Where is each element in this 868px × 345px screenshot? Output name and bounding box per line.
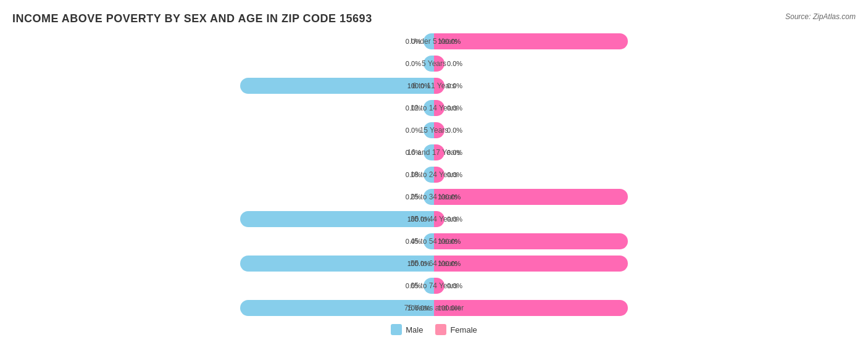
- bar-row: 100.0%6 to 11 Years0.0%: [12, 76, 856, 96]
- bar-row: 0.0%5 Years0.0%: [12, 54, 856, 73]
- male-bar-stub: [424, 144, 434, 160]
- chart-title: INCOME ABOVE POVERTY BY SEX AND AGE IN Z…: [12, 12, 856, 25]
- male-bar-label: 100.0%: [407, 215, 430, 223]
- bar-row: 0.0%45 to 54 Years100.0%: [12, 231, 856, 251]
- male-bar-stub: [424, 189, 434, 205]
- male-zero-label: 0.0%: [406, 238, 421, 245]
- male-bar-stub: [424, 33, 434, 49]
- left-section: 100.0%: [12, 76, 434, 96]
- bar-row: 0.0%18 to 24 Years0.0%: [12, 165, 856, 185]
- legend-male-label: Male: [406, 325, 423, 335]
- male-bar-stub: [424, 278, 434, 294]
- bar-row: 100.0%75 Years and over100.0%: [12, 298, 856, 318]
- left-section: 0.0%: [12, 187, 434, 207]
- male-bar-stub: [424, 233, 434, 249]
- bar-row: 100.0%55 to 64 Years100.0%: [12, 254, 856, 273]
- bar-row: 0.0%Under 5 Years100.0%: [12, 31, 856, 51]
- male-zero-label: 0.0%: [406, 60, 421, 67]
- female-bar: 100.0%: [434, 256, 628, 272]
- bar-row: 0.0%65 to 74 Years0.0%: [12, 276, 856, 296]
- male-zero-label: 0.0%: [406, 38, 421, 45]
- left-section: 0.0%: [12, 54, 434, 73]
- right-section: 100.0%: [434, 298, 856, 318]
- male-bar: 100.0%: [240, 256, 434, 272]
- male-bar: 100.0%: [240, 300, 434, 316]
- female-bar-stub: [434, 122, 444, 138]
- female-zero-label: 0.0%: [447, 82, 462, 89]
- female-bar: 100.0%: [434, 189, 628, 205]
- right-section: 100.0%: [434, 254, 856, 273]
- male-bar-label: 100.0%: [407, 82, 430, 89]
- female-bar-stub: [434, 56, 444, 72]
- legend-male: Male: [391, 324, 423, 335]
- source-text: Source: ZipAtlas.com: [785, 12, 856, 21]
- male-bar-stub: [424, 56, 434, 72]
- male-bar-label: 100.0%: [407, 260, 430, 267]
- male-zero-label: 0.0%: [406, 104, 421, 112]
- left-section: 100.0%: [12, 298, 434, 318]
- female-bar-stub: [434, 78, 444, 94]
- female-zero-label: 0.0%: [447, 60, 462, 67]
- female-bar: 100.0%: [434, 33, 628, 49]
- right-section: 0.0%: [434, 54, 856, 73]
- female-bar-stub: [434, 100, 444, 116]
- left-section: 100.0%: [12, 254, 434, 273]
- left-section: 0.0%: [12, 143, 434, 162]
- left-section: 0.0%: [12, 231, 434, 251]
- right-section: 100.0%: [434, 31, 856, 51]
- right-section: 100.0%: [434, 231, 856, 251]
- female-zero-label: 0.0%: [447, 127, 462, 134]
- male-bar-stub: [424, 167, 434, 183]
- bar-row: 0.0%16 and 17 Years0.0%: [12, 143, 856, 162]
- female-zero-label: 0.0%: [447, 215, 462, 223]
- bars-area: 0.0%Under 5 Years100.0%0.0%5 Years0.0%10…: [12, 31, 856, 318]
- bar-row: 0.0%12 to 14 Years0.0%: [12, 98, 856, 118]
- left-section: 0.0%: [12, 31, 434, 51]
- male-zero-label: 0.0%: [406, 193, 421, 201]
- male-zero-label: 0.0%: [406, 171, 421, 178]
- right-section: 0.0%: [434, 120, 856, 140]
- male-bar: 100.0%: [240, 78, 434, 94]
- legend: Male Female: [12, 324, 856, 335]
- female-bar-label: 100.0%: [438, 38, 461, 45]
- right-section: 0.0%: [434, 209, 856, 229]
- bar-row: 0.0%25 to 34 Years100.0%: [12, 187, 856, 207]
- right-section: 0.0%: [434, 98, 856, 118]
- male-bar-stub: [424, 100, 434, 116]
- legend-female: Female: [435, 324, 477, 335]
- right-section: 0.0%: [434, 76, 856, 96]
- right-section: 100.0%: [434, 187, 856, 207]
- female-bar: 100.0%: [434, 300, 628, 316]
- left-section: 100.0%: [12, 209, 434, 229]
- right-section: 0.0%: [434, 276, 856, 296]
- left-section: 0.0%: [12, 165, 434, 185]
- female-bar-label: 100.0%: [438, 304, 461, 312]
- legend-female-label: Female: [450, 325, 477, 335]
- female-zero-label: 0.0%: [447, 104, 462, 112]
- male-color-swatch: [391, 324, 402, 335]
- male-zero-label: 0.0%: [406, 282, 421, 289]
- male-zero-label: 0.0%: [406, 127, 421, 134]
- chart-container: INCOME ABOVE POVERTY BY SEX AND AGE IN Z…: [12, 12, 856, 335]
- bar-row: 100.0%35 to 44 Years0.0%: [12, 209, 856, 229]
- female-zero-label: 0.0%: [447, 149, 462, 156]
- female-color-swatch: [435, 324, 446, 335]
- right-section: 0.0%: [434, 165, 856, 185]
- left-section: 0.0%: [12, 98, 434, 118]
- male-zero-label: 0.0%: [406, 149, 421, 156]
- bar-row: 0.0%15 Years0.0%: [12, 120, 856, 140]
- female-bar-label: 100.0%: [438, 193, 461, 201]
- left-section: 0.0%: [12, 276, 434, 296]
- female-bar: 100.0%: [434, 233, 628, 249]
- female-bar-stub: [434, 211, 444, 227]
- female-bar-label: 100.0%: [438, 238, 461, 245]
- female-zero-label: 0.0%: [447, 282, 462, 289]
- male-bar-stub: [424, 122, 434, 138]
- right-section: 0.0%: [434, 143, 856, 162]
- female-bar-label: 100.0%: [438, 260, 461, 267]
- female-zero-label: 0.0%: [447, 171, 462, 178]
- male-bar: 100.0%: [240, 211, 434, 227]
- female-bar-stub: [434, 278, 444, 294]
- left-section: 0.0%: [12, 120, 434, 140]
- female-bar-stub: [434, 144, 444, 160]
